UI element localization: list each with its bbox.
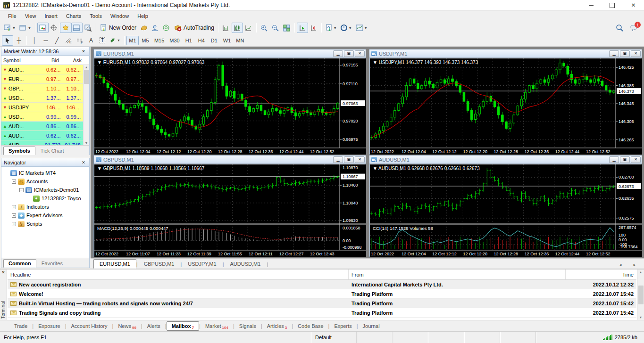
scroll-up-icon[interactable]: ▲	[639, 270, 643, 274]
indicators-button[interactable]: + ▼	[324, 23, 339, 33]
market-watch-toggle-button[interactable]: ▲▼	[37, 23, 49, 33]
menu-file[interactable]: File	[4, 12, 21, 20]
arrows-tool-button[interactable]: ▼	[108, 35, 122, 46]
expand-icon[interactable]: +	[12, 222, 16, 226]
terminal-tab-articles[interactable]: Articles3	[262, 322, 292, 330]
chart-tab-audusd-m1[interactable]: AUDUSD,M1	[224, 259, 267, 269]
market-watch-row[interactable]: ▼EUR...0.97...0.97...	[1, 74, 83, 84]
mailbox-row[interactable]: Trading Signals and copy tradingTrading …	[8, 308, 636, 318]
new-chart-button[interactable]: + ▼	[2, 23, 17, 33]
zoom-out-button[interactable]	[270, 23, 281, 33]
mailbox-row[interactable]: Built-in Virtual Hosting — trading robot…	[8, 299, 636, 308]
scroll-down-icon[interactable]: ▼	[85, 141, 88, 145]
text-label-tool-button[interactable]: T	[97, 35, 108, 46]
mailbox-scrollbar[interactable]: ▲ ▼	[637, 270, 644, 320]
navigator-tree-item[interactable]: +§Scripts	[2, 220, 88, 228]
navigator-tree-item[interactable]: ▦IC Markets MT4	[2, 169, 88, 177]
chart-canvas-gbpusd-m1[interactable]: 1.108701.104601.100401.096301.10667▼ GBP…	[94, 164, 365, 256]
window-close-button[interactable]: ✕	[623, 0, 644, 10]
timeframe-button-m30[interactable]: M30	[167, 36, 182, 45]
chart-close-button[interactable]: ✕	[355, 156, 365, 163]
close-icon[interactable]: ✕	[80, 160, 87, 165]
signals-button[interactable]	[161, 23, 172, 33]
terminal-tab-code-base[interactable]: Code Base	[293, 322, 328, 330]
menu-charts[interactable]: Charts	[62, 12, 85, 20]
terminal-toggle-button[interactable]	[71, 23, 83, 33]
navigator-tree-item[interactable]: +ƒIndicators	[2, 203, 88, 211]
navigator-tab-common[interactable]: Common	[3, 259, 36, 268]
menu-window[interactable]: Window	[106, 12, 133, 20]
mailbox-row[interactable]: Welcome!Trading Platform2022.10.07 15:42	[8, 289, 636, 299]
chart-window-titlebar[interactable]: GBPUSD,M1▁▣✕	[94, 155, 366, 164]
scroll-up-icon[interactable]: ▲	[85, 65, 88, 69]
terminal-tab-journal[interactable]: Journal	[358, 322, 385, 330]
mw-col-bid[interactable]: Bid	[38, 57, 61, 63]
market-watch-row[interactable]: ▲USD...1.37...1.37...	[1, 93, 83, 103]
templates-button[interactable]: ▼	[354, 23, 369, 33]
terminal-tab-experts[interactable]: Experts	[329, 322, 356, 330]
navigator-toggle-button[interactable]	[60, 23, 71, 33]
market-watch-row[interactable]: ▲AUD...0.62...0.62...	[1, 131, 83, 140]
market-watch-row[interactable]: ▲AUD...0.86...0.86...	[1, 122, 83, 131]
navigator-tree-item[interactable]: −▤ICMarkets-Demo01	[2, 186, 88, 194]
menu-help[interactable]: Help	[133, 12, 152, 20]
chart-restore-button[interactable]: ▣	[344, 50, 354, 57]
strategy-tester-button[interactable]	[83, 23, 94, 33]
navigator-titlebar[interactable]: Navigator ✕	[1, 158, 89, 167]
navigator-tab-favorites[interactable]: Favorites	[36, 259, 68, 268]
chart-close-button[interactable]: ✕	[355, 50, 365, 57]
equidistant-channel-tool-button[interactable]: E	[63, 35, 74, 46]
chart-close-button[interactable]: ✕	[631, 156, 641, 163]
chart-minimize-button[interactable]: ▁	[333, 156, 343, 163]
chart-minimize-button[interactable]: ▁	[609, 156, 619, 163]
market-watch-tab-tick-chart[interactable]: Tick Chart	[35, 147, 69, 155]
tile-windows-button[interactable]	[281, 23, 293, 33]
zoom-in-button[interactable]	[259, 23, 270, 33]
chart-tab-scroll-arrows[interactable]: ◄ ►	[619, 263, 641, 269]
mail-col-from[interactable]: From	[349, 270, 566, 279]
timeframe-button-m1[interactable]: M1	[126, 36, 139, 45]
chart-shift-button[interactable]	[308, 23, 319, 33]
chart-window-titlebar[interactable]: USDJPY,M1▁▣✕	[369, 49, 642, 58]
mw-col-ask[interactable]: Ask	[61, 57, 89, 63]
chart-canvas-usdjpy-m1[interactable]: 146.425146.385146.345146.305146.265146.3…	[370, 58, 641, 154]
timeframe-button-h1[interactable]: H1	[183, 36, 195, 45]
navigator-tree-item[interactable]: +◆Expert Advisors	[2, 211, 88, 220]
expert-advisors-button[interactable]	[150, 23, 161, 33]
auto-scroll-button[interactable]	[297, 23, 308, 33]
window-maximize-button[interactable]	[602, 0, 623, 10]
cursor-tool-button[interactable]	[2, 35, 13, 46]
chart-window-titlebar[interactable]: AUDUSD,M1▁▣✕	[369, 155, 642, 164]
terminal-tab-exposure[interactable]: Exposure	[33, 322, 65, 330]
line-chart-mode-button[interactable]	[243, 23, 254, 33]
timeframe-button-h4[interactable]: H4	[195, 36, 208, 45]
chart-tab-gbpusd-m1[interactable]: GBPUSD,M1	[138, 259, 181, 269]
market-watch-row[interactable]: ▼AUD...0.62...0.62...	[1, 65, 83, 74]
terminal-tab-account-history[interactable]: Account History	[67, 322, 112, 330]
market-watch-titlebar[interactable]: Market Watch: 12:58:36 ✕	[1, 47, 89, 56]
close-icon[interactable]: ✕	[80, 49, 87, 54]
crosshair-tool-button[interactable]: ┼	[13, 35, 25, 46]
notifications-button[interactable]: 1	[628, 23, 639, 33]
timeframe-button-w1[interactable]: W1	[221, 36, 234, 45]
close-icon[interactable]: ✕	[0, 270, 7, 275]
vertical-line-tool-button[interactable]: │	[29, 35, 40, 46]
trendline-tool-button[interactable]: ╱	[51, 35, 63, 46]
expand-icon[interactable]: +	[12, 213, 16, 218]
data-window-button[interactable]	[49, 23, 60, 33]
navigator-tree-item[interactable]: ●12132882: Toyco	[2, 194, 88, 203]
mail-col-headline[interactable]: Headline	[8, 270, 349, 279]
terminal-tab-signals[interactable]: Signals	[234, 322, 261, 330]
timeframe-button-mn[interactable]: MN	[234, 36, 246, 45]
timeframe-button-m15[interactable]: M15	[152, 36, 167, 45]
search-button[interactable]	[614, 23, 625, 33]
menu-insert[interactable]: Insert	[40, 12, 62, 20]
market-watch-row[interactable]: ▼USDJPY146....146....	[1, 103, 83, 112]
text-tool-button[interactable]: A	[85, 35, 97, 46]
terminal-tab-market[interactable]: Market104	[201, 322, 233, 330]
chart-canvas-audusd-m1[interactable]: 0.627000.626350.625750.62673▼ AUDUSD,M1 …	[370, 164, 641, 256]
terminal-tab-mailbox[interactable]: Mailbox7	[167, 321, 199, 331]
profiles-button[interactable]: ▼	[17, 23, 33, 33]
chart-restore-button[interactable]: ▣	[620, 156, 630, 163]
market-watch-scrollbar[interactable]: ▲ ▼	[83, 65, 89, 145]
